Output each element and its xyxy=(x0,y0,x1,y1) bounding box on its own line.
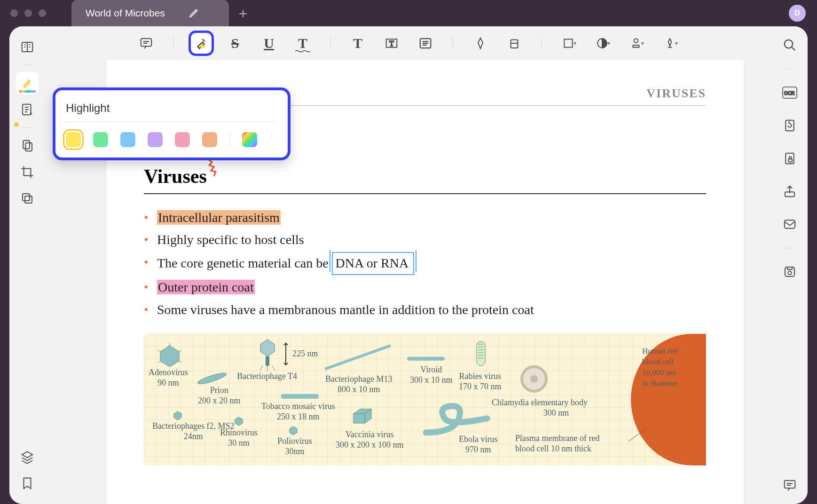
window-controls xyxy=(4,9,53,17)
tobacco-mosaic-shape xyxy=(281,394,319,400)
svg-rect-44 xyxy=(789,159,793,162)
crop-icon[interactable] xyxy=(16,161,39,183)
mail-icon[interactable] xyxy=(780,215,799,234)
svg-marker-35 xyxy=(235,417,243,425)
list-button[interactable] xyxy=(415,33,436,54)
lock-page-icon[interactable] xyxy=(780,149,799,168)
new-tab-button[interactable]: ＋ xyxy=(234,4,252,23)
duplicate-icon[interactable] xyxy=(16,187,39,210)
highlight-tool-active[interactable] xyxy=(191,33,212,54)
text-tool-button[interactable]: T xyxy=(347,33,368,54)
avatar-letter: D xyxy=(794,9,800,17)
ebola-shape xyxy=(421,400,492,437)
shape-button[interactable]: ▾ xyxy=(559,33,580,54)
underline-button[interactable]: U xyxy=(259,33,279,54)
pointer-line xyxy=(626,425,650,444)
bookmark-icon[interactable] xyxy=(16,472,39,495)
swatch-custom-color[interactable] xyxy=(242,132,257,147)
separator xyxy=(330,37,330,50)
virus-label: Prion200 x 20 nm xyxy=(198,386,241,406)
svg-line-18 xyxy=(158,350,160,352)
swatch-purple[interactable] xyxy=(148,132,163,147)
swatch-yellow[interactable] xyxy=(66,132,81,147)
prion-shape xyxy=(196,372,228,385)
rabies-shape xyxy=(474,339,488,370)
adenovirus-shape xyxy=(158,343,181,367)
layers-icon[interactable] xyxy=(16,446,39,468)
reader-icon[interactable] xyxy=(16,36,39,58)
divider xyxy=(786,248,794,248)
svg-rect-11 xyxy=(564,39,572,47)
virus-label: Ebola virus970 nm xyxy=(459,434,498,455)
virus-label: Chlamydia elementary body300 nm xyxy=(492,398,588,418)
virus-label: Rhinovirus30 nm xyxy=(220,428,258,448)
svg-rect-49 xyxy=(787,267,792,269)
svg-line-19 xyxy=(158,361,160,363)
svg-point-13 xyxy=(634,39,638,43)
page-title-text: Viruses xyxy=(144,165,207,187)
ocr-icon[interactable]: OCR xyxy=(780,83,799,102)
title-rule xyxy=(144,193,706,194)
chat-icon[interactable] xyxy=(780,476,799,495)
swatch-divider xyxy=(229,133,230,147)
svg-rect-10 xyxy=(511,40,518,48)
svg-text:T: T xyxy=(389,39,394,48)
swatch-blue[interactable] xyxy=(120,132,135,147)
rotate-icon[interactable] xyxy=(780,116,799,135)
left-sidebar xyxy=(9,26,45,504)
svg-rect-2 xyxy=(23,141,30,149)
avatar[interactable]: D xyxy=(789,5,806,22)
signature-button[interactable]: ▾ xyxy=(660,33,681,54)
svg-rect-6 xyxy=(141,39,152,46)
note-edit-icon[interactable] xyxy=(16,98,39,121)
swatch-pink[interactable] xyxy=(175,132,190,147)
svg-point-33 xyxy=(530,375,538,383)
save-icon[interactable] xyxy=(780,262,799,281)
pencil-icon[interactable] xyxy=(189,6,201,21)
minimize-window-button[interactable] xyxy=(24,9,32,17)
m13-shape xyxy=(322,343,393,371)
svg-point-22 xyxy=(197,372,228,385)
svg-marker-20 xyxy=(260,339,275,356)
virus-label: Poliovirus30nm xyxy=(277,436,312,457)
opacity-button[interactable]: ▾ xyxy=(593,33,613,54)
virus-label: Bacteriophage M13800 x 10 nm xyxy=(325,374,392,394)
highlight-indicator-dot xyxy=(14,122,19,127)
eraser-button[interactable] xyxy=(504,33,525,54)
share-icon[interactable] xyxy=(780,182,799,201)
swatch-orange[interactable] xyxy=(202,132,217,147)
size-arrow xyxy=(280,342,291,366)
small-phage-shape xyxy=(173,411,182,420)
chlamydia-shape xyxy=(520,365,548,393)
rhinovirus-shape xyxy=(234,417,244,426)
separator xyxy=(173,37,174,50)
bacteriophage-t4-shape xyxy=(257,339,278,371)
maximize-window-button[interactable] xyxy=(39,9,46,17)
virus-label: Vaccinia virus300 x 200 x 100 nm xyxy=(336,430,404,450)
pen-tool-button[interactable] xyxy=(470,33,491,54)
color-swatches xyxy=(66,132,277,147)
svg-rect-36 xyxy=(281,394,319,399)
svg-rect-24 xyxy=(407,357,445,361)
highlighted-text: Outer protein coat xyxy=(157,280,255,294)
svg-line-23 xyxy=(325,346,391,369)
separator xyxy=(453,37,453,50)
strikethrough-button[interactable]: S xyxy=(225,33,245,54)
boxed-text-annotation: DNA or RNA xyxy=(332,252,415,275)
right-sidebar: OCR xyxy=(772,26,808,504)
copy-icon[interactable] xyxy=(16,134,39,157)
divider xyxy=(786,69,794,69)
squiggly-underline-button[interactable]: T xyxy=(292,33,313,54)
virus-label: Bacteriophage T4 xyxy=(237,371,297,382)
tab-active[interactable]: World of Microbes xyxy=(71,0,229,27)
text-box-button[interactable]: T xyxy=(381,33,402,54)
highlight-tool-sidebar[interactable] xyxy=(16,72,39,94)
svg-line-16 xyxy=(179,350,181,352)
close-window-button[interactable] xyxy=(10,9,18,17)
bullet-item: The core genetic material can be DNA or … xyxy=(144,252,706,275)
comment-icon[interactable] xyxy=(136,33,157,54)
stamp-button[interactable]: ▾ xyxy=(627,33,647,54)
rainbow-strip xyxy=(19,90,36,93)
search-icon[interactable] xyxy=(780,36,799,55)
swatch-green[interactable] xyxy=(93,132,108,147)
